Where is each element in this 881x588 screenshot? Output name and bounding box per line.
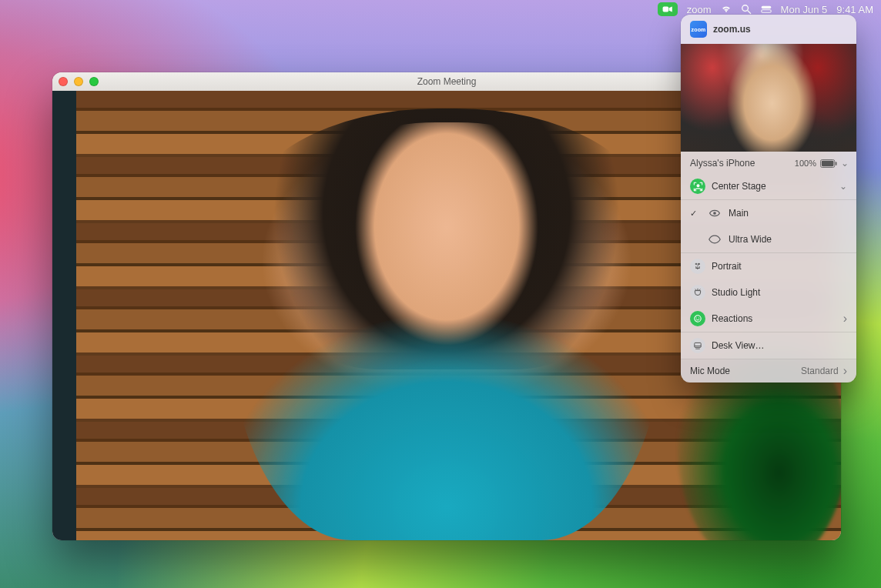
window-title: Zoom Meeting	[417, 76, 477, 87]
mic-mode-label: Mic Mode	[690, 366, 730, 376]
svg-rect-13	[695, 342, 701, 347]
svg-rect-0	[662, 7, 668, 12]
chevron-right-icon	[843, 365, 847, 377]
device-row[interactable]: Alyssa's iPhone 100%	[681, 152, 856, 173]
chevron-down-icon	[841, 159, 849, 168]
battery-percentage: 100%	[795, 159, 816, 168]
chevron-right-icon	[843, 312, 847, 325]
desk-view-label: Desk View…	[712, 340, 847, 351]
cc-header: zoom zoom.us	[681, 15, 856, 44]
participant-silhouette	[226, 122, 667, 540]
desk-view-row[interactable]: Desk View…	[681, 332, 856, 359]
lens-ultrawide-label: Ultra Wide	[729, 234, 847, 245]
window-close-button[interactable]	[59, 77, 68, 86]
mic-mode-row[interactable]: Mic Mode Standard	[681, 359, 856, 383]
chevron-down-icon	[839, 181, 847, 192]
portrait-icon: f	[690, 259, 705, 274]
svg-point-8	[713, 212, 716, 215]
effect-studio-light[interactable]: Studio Light	[681, 279, 856, 306]
menubar-time[interactable]: 9:41 AM	[836, 4, 873, 15]
studio-light-label: Studio Light	[712, 287, 847, 298]
svg-point-1	[742, 5, 748, 12]
window-fullscreen-button[interactable]	[89, 77, 99, 86]
studio-light-icon	[690, 285, 705, 300]
battery-icon	[820, 159, 837, 168]
center-stage-row[interactable]: Center Stage	[681, 173, 856, 199]
device-name: Alyssa's iPhone	[690, 158, 755, 169]
control-center-icon[interactable]	[761, 4, 772, 15]
facetime-status-badge[interactable]	[658, 2, 678, 16]
svg-rect-3	[761, 10, 771, 13]
lens-main-icon	[707, 205, 722, 221]
mic-mode-value: Standard	[801, 366, 839, 376]
portrait-label: Portrait	[712, 261, 847, 272]
wifi-icon[interactable]	[721, 4, 732, 15]
lens-option-ultrawide[interactable]: Ultra Wide	[681, 226, 856, 252]
svg-point-11	[696, 318, 697, 319]
video-icon	[662, 4, 673, 15]
lens-main-label: Main	[729, 208, 847, 219]
svg-rect-5	[822, 160, 834, 165]
lens-option-main[interactable]: Main	[681, 200, 856, 226]
continuity-camera-panel: zoom zoom.us Alyssa's iPhone 100% Center…	[681, 15, 856, 383]
menubar-date[interactable]: Mon Jun 5	[781, 4, 828, 15]
menubar-app-name[interactable]: zoom	[687, 4, 712, 15]
cc-app-name: zoom.us	[713, 24, 751, 35]
svg-point-7	[696, 184, 699, 187]
window-traffic-lights	[59, 77, 99, 86]
lens-ultrawide-icon	[707, 232, 722, 247]
reactions-icon	[690, 311, 705, 326]
svg-rect-6	[836, 162, 837, 165]
camera-preview-thumbnail[interactable]	[681, 44, 856, 152]
desk-view-icon	[690, 338, 705, 353]
zoom-app-icon: zoom	[690, 21, 707, 38]
center-stage-label: Center Stage	[712, 181, 833, 192]
svg-point-10	[695, 316, 701, 322]
effect-portrait[interactable]: f Portrait	[681, 253, 856, 279]
svg-point-12	[698, 318, 699, 319]
svg-rect-2	[761, 6, 771, 9]
spotlight-icon[interactable]	[741, 4, 752, 15]
effect-reactions[interactable]: Reactions	[681, 306, 856, 332]
center-stage-icon	[690, 179, 705, 194]
window-minimize-button[interactable]	[74, 77, 83, 86]
reactions-label: Reactions	[712, 313, 837, 324]
